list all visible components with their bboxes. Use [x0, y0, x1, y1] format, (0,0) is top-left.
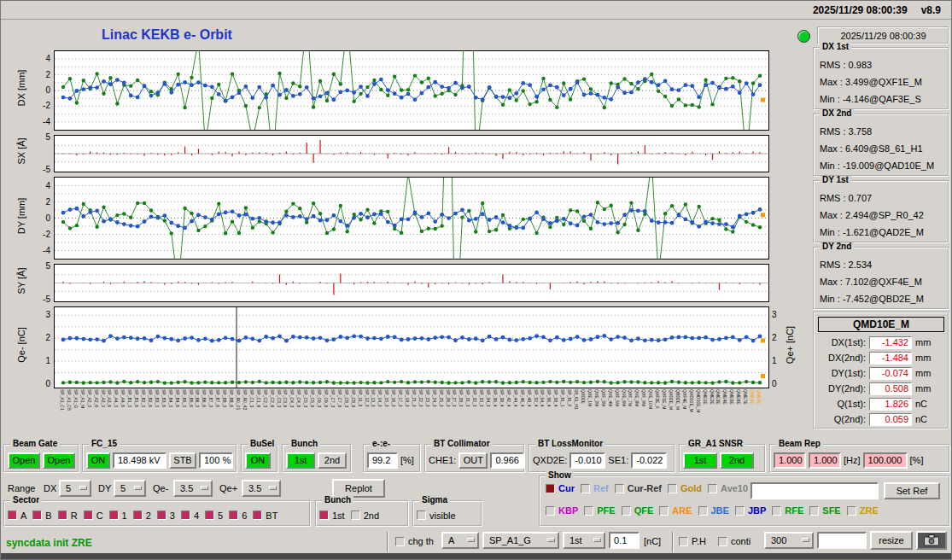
- gr-a1-1st-button[interactable]: 1st: [683, 452, 717, 469]
- beam-gate-open-1-button[interactable]: Open: [8, 452, 40, 469]
- separator: [672, 532, 674, 552]
- bpm-label: SP_C6_6: [324, 389, 329, 407]
- group-title: GR_A1 SNSR: [686, 440, 745, 448]
- checkbox-indicator: [546, 506, 555, 516]
- busel-on-button[interactable]: ON: [245, 452, 271, 469]
- show-checkbox-ref[interactable]: Ref: [581, 483, 609, 493]
- sigma-checkbox-visible[interactable]: visible: [417, 510, 456, 521]
- show-checkbox-rfe[interactable]: RFE: [772, 505, 803, 516]
- range-dx-select[interactable]: 5: [59, 480, 91, 497]
- bunch-2nd-button[interactable]: 2nd: [318, 452, 347, 469]
- rms-value: RMS : 3.758: [820, 123, 948, 140]
- status-entry[interactable]: [817, 532, 867, 549]
- interval-select[interactable]: 300: [764, 532, 814, 549]
- sector-checkbox-c[interactable]: C: [84, 510, 103, 521]
- bunch-th-select[interactable]: 1st: [563, 532, 605, 549]
- bpm-label: SP_15_3: [384, 389, 389, 407]
- ph-checkbox[interactable]: P.H: [679, 536, 706, 546]
- fc15-on-button[interactable]: ON: [86, 452, 110, 469]
- beam-rep-value-1: 1.000: [774, 452, 806, 469]
- dropdown-indicator: [201, 486, 208, 490]
- gr-a1-2nd-button[interactable]: 2nd: [720, 452, 754, 469]
- show-checkbox-zre[interactable]: ZRE: [847, 505, 879, 516]
- show-checkbox-cur-ref[interactable]: Cur-Ref: [615, 483, 662, 493]
- sector-checkbox-1[interactable]: 1: [109, 510, 127, 521]
- ref-name-input[interactable]: [751, 482, 879, 499]
- qmd-row-value: -1.432: [869, 336, 912, 349]
- camera-button[interactable]: [916, 531, 947, 550]
- sector-checkbox-5[interactable]: 5: [205, 510, 223, 521]
- threshold-field[interactable]: 0.1: [609, 532, 640, 549]
- qmd-row-value: 0.508: [869, 382, 912, 395]
- bpm-label: SP_B7_3: [208, 389, 213, 407]
- bpm-label: SP_C8_3: [344, 389, 349, 407]
- show-checkbox-ave10[interactable]: Ave10: [708, 483, 748, 493]
- bpm-label: SP_C6_3: [317, 389, 322, 407]
- show-checkbox-kbp[interactable]: KBP: [546, 505, 578, 516]
- bpm-label: SP_44_4: [513, 389, 518, 407]
- qmd-row: DY(2nd):0.508mm: [818, 381, 944, 396]
- range-qe-plus-select[interactable]: 3.5: [242, 480, 281, 497]
- qmd-row-label: DX(2nd):: [818, 353, 866, 363]
- bunch-checkbox-1st[interactable]: 1st: [319, 510, 345, 521]
- group-title: DX 2nd: [820, 109, 854, 118]
- bpm-label: SP_31_3: [465, 389, 470, 407]
- bunch-select-group: Bunch 1st2nd: [315, 500, 409, 527]
- group-title: BuSel: [248, 440, 277, 448]
- group-title: e-:e-: [370, 440, 393, 448]
- checkbox-label: KBP: [558, 505, 578, 516]
- show-checkbox-qfe[interactable]: QFE: [622, 505, 654, 516]
- conti-checkbox[interactable]: conti: [718, 536, 751, 546]
- qmd-row-unit: nC: [915, 414, 927, 424]
- show-checkbox-pfe[interactable]: PFE: [584, 505, 615, 516]
- threshold-unit: [nC]: [644, 536, 661, 546]
- beam-rep-value-3: 100.000: [863, 452, 908, 469]
- sector-checkbox-a[interactable]: A: [8, 510, 26, 521]
- sector-checkbox-bt[interactable]: BT: [253, 510, 277, 521]
- range-dy-select[interactable]: 5: [114, 480, 146, 497]
- show-checkbox-are[interactable]: ARE: [659, 505, 692, 516]
- ee-ratio-unit: [%]: [400, 455, 414, 465]
- bunch-1st-button[interactable]: 1st: [286, 452, 315, 469]
- show-checkbox-jbe[interactable]: JBE: [698, 505, 729, 516]
- range-qe-minus-select[interactable]: 3.5: [173, 480, 213, 497]
- bpm-label: QXE_1M: [587, 389, 593, 406]
- sector-group: Sector ABRC123456BT: [3, 500, 311, 527]
- checkbox-indicator: [253, 510, 262, 520]
- sp-select[interactable]: SP_A1_G: [482, 532, 559, 549]
- sector-checkbox-4[interactable]: 4: [181, 510, 199, 521]
- checkbox-indicator: [847, 506, 856, 516]
- che1-state-button[interactable]: OUT: [458, 452, 488, 469]
- dx-axis-label: DX [mm]: [16, 62, 26, 114]
- bpm-label: QME6E: [736, 389, 741, 405]
- set-ref-button[interactable]: Set Ref: [884, 482, 940, 499]
- bpm-label: QME2E: [710, 389, 715, 405]
- qmd-row-unit: mm: [915, 368, 931, 378]
- sector-checkbox-6[interactable]: 6: [229, 510, 247, 521]
- bpm-label: SP_R0_01: [236, 389, 241, 410]
- show-checkbox-cur[interactable]: Cur: [546, 483, 575, 493]
- separator: [387, 532, 388, 552]
- sector-checkbox-2[interactable]: 2: [133, 510, 151, 521]
- show-checkbox-gold[interactable]: Gold: [668, 483, 702, 493]
- show-checkbox-jbp[interactable]: JBP: [735, 505, 766, 516]
- bt-collimator-group: BT Collimator CHE1: OUT 0.966: [424, 444, 525, 473]
- dx-tick-label: 0: [28, 85, 50, 95]
- bpm-label: SP_A1_M: [80, 389, 85, 409]
- resize-button[interactable]: resize: [870, 531, 913, 550]
- bpm-label: QME1E: [703, 389, 708, 405]
- checkbox-indicator: [546, 484, 555, 493]
- bunch-checkbox-2nd[interactable]: 2nd: [351, 510, 379, 521]
- show-checkbox-sfe[interactable]: SFE: [809, 505, 840, 516]
- sector-checkbox-r[interactable]: R: [58, 510, 78, 521]
- chg-th-checkbox[interactable]: chg th: [395, 536, 434, 546]
- sector-checkbox-3[interactable]: 3: [157, 510, 175, 521]
- bpm-label: SP_32_3: [472, 389, 477, 407]
- beam-gate-open-2-button[interactable]: Open: [43, 452, 75, 469]
- checkbox-label: ZRE: [860, 505, 879, 516]
- checkbox-label: JBP: [748, 505, 766, 516]
- fc15-stb-button[interactable]: STB: [169, 452, 196, 469]
- sector-checkbox-b[interactable]: B: [32, 510, 51, 521]
- show-row2-checklist: KBPPFEQFEAREJBEJBPRFESFEZRE: [546, 505, 885, 516]
- mode-select[interactable]: A: [441, 532, 479, 549]
